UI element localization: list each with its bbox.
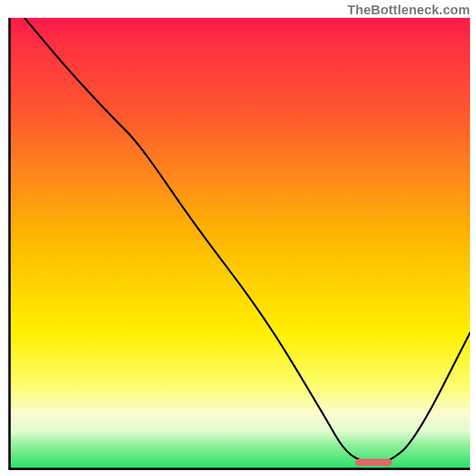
chart-gradient-background xyxy=(11,18,470,468)
bottleneck-chart xyxy=(8,18,470,470)
watermark-text: TheBottleneck.com xyxy=(347,2,470,18)
